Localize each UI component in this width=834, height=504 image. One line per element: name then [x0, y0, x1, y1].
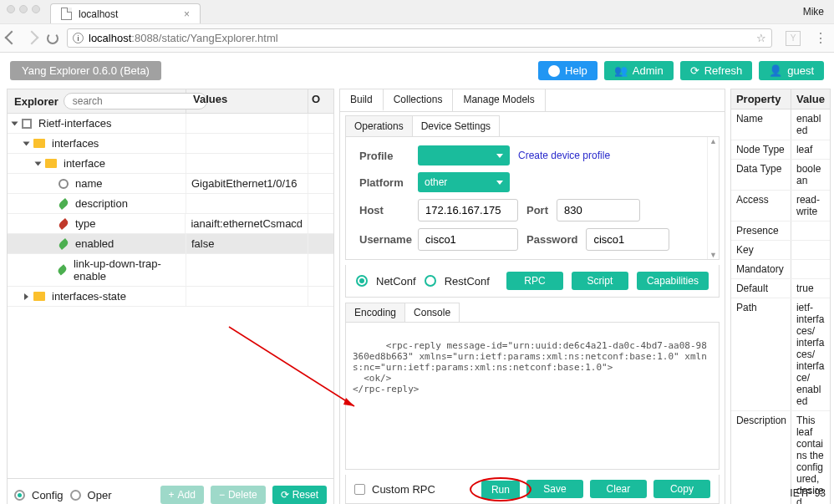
leaf-icon — [57, 264, 68, 275]
copy-button[interactable]: Copy — [653, 480, 710, 498]
host-input[interactable] — [418, 199, 518, 221]
tree-row[interactable]: link-up-down-trap-enable — [8, 254, 333, 287]
restconf-radio[interactable] — [425, 275, 436, 287]
tree-node-value[interactable] — [186, 287, 308, 306]
prop-header-key: Property — [731, 89, 791, 109]
tree-node-value[interactable] — [186, 134, 308, 153]
caret-icon[interactable] — [24, 293, 28, 300]
tree-row[interactable]: interfaces — [8, 134, 333, 154]
tree-node-value[interactable]: ianaift:ethernetCsmacd — [186, 214, 308, 233]
guest-button[interactable]: 👤 guest — [759, 61, 824, 80]
refresh-button[interactable]: ⟳ Refresh — [680, 61, 753, 80]
window-controls[interactable] — [7, 5, 40, 13]
leaf-icon — [58, 238, 69, 250]
password-label: Password — [526, 233, 577, 246]
platform-dropdown[interactable]: other — [418, 172, 510, 192]
custom-rpc-checkbox[interactable] — [354, 484, 365, 495]
profile-dropdown[interactable] — [418, 145, 510, 165]
browser-tab[interactable]: localhost × — [50, 3, 201, 23]
caret-icon[interactable] — [23, 141, 30, 145]
caret-icon[interactable] — [12, 121, 18, 125]
oper-radio[interactable] — [70, 490, 81, 501]
tree-node-label: interface — [64, 157, 105, 170]
extension-icon[interactable]: Y — [786, 31, 801, 46]
username-label: Username — [359, 233, 409, 246]
tree-node-label: name — [75, 177, 103, 190]
explorer-panel: Explorer Values O Rietf-interfacesinterf… — [7, 89, 334, 504]
tree-row[interactable]: nameGigabitEthernet1/0/16 — [8, 174, 333, 194]
schema-tree[interactable]: Rietf-interfacesinterfacesinterfacenameG… — [8, 114, 333, 478]
page-icon — [61, 8, 72, 20]
subtab-device-settings[interactable]: Device Settings — [412, 115, 500, 136]
key-icon — [58, 179, 69, 189]
delete-button[interactable]: − Delete — [211, 486, 266, 504]
reset-button[interactable]: ⟳ Reset — [272, 486, 327, 504]
svg-marker-1 — [343, 398, 354, 406]
tree-node-value[interactable] — [186, 154, 308, 173]
tree-row[interactable]: description — [8, 194, 333, 214]
tree-node-label: type — [75, 217, 96, 230]
tree-node-value[interactable] — [186, 194, 308, 213]
tab-close-icon[interactable]: × — [184, 8, 190, 20]
device-settings-form: Profile Create device profile Platform o… — [345, 137, 720, 260]
admin-button[interactable]: 👥 Admin — [604, 61, 674, 80]
console-output[interactable]: <rpc-reply message-id="urn:uuid:de6c4a21… — [345, 322, 720, 470]
help-button[interactable]: Help — [538, 61, 598, 80]
rpc-button[interactable]: RPC — [506, 272, 563, 290]
property-row: Mandatory — [731, 260, 830, 279]
tree-node-label: description — [75, 197, 128, 210]
save-button[interactable]: Save — [526, 480, 583, 498]
tab-manage-models[interactable]: Manage Models — [453, 89, 545, 111]
script-button[interactable]: Script — [572, 272, 628, 290]
tab-build[interactable]: Build — [340, 89, 384, 111]
property-row: Nameenabled — [731, 109, 830, 140]
back-icon[interactable] — [5, 30, 19, 44]
refresh-icon: ⟳ — [690, 64, 699, 77]
run-button[interactable]: Run — [481, 481, 520, 499]
reload-icon[interactable] — [47, 33, 58, 44]
tree-row[interactable]: interface — [8, 154, 333, 174]
config-label: Config — [32, 489, 64, 501]
tab-collections[interactable]: Collections — [384, 89, 454, 111]
create-profile-link[interactable]: Create device profile — [518, 150, 610, 161]
address-bar[interactable]: i localhost :8088/static/YangExplorer.ht… — [67, 28, 772, 48]
subtab-operations[interactable]: Operations — [345, 115, 413, 136]
port-input[interactable] — [557, 199, 640, 221]
tree-row[interactable]: typeianaift:ethernetCsmacd — [8, 214, 333, 234]
browser-menu-icon[interactable]: ⋮ — [814, 30, 827, 46]
prop-header-value: Value — [791, 89, 830, 109]
password-input[interactable] — [586, 228, 669, 251]
host-label: Host — [359, 204, 409, 216]
profile-name[interactable]: Mike — [803, 6, 834, 18]
profile-label: Profile — [359, 150, 409, 162]
explorer-search-input[interactable] — [64, 93, 207, 109]
leaf-icon — [58, 198, 69, 210]
tree-row[interactable]: enabledfalse — [8, 234, 333, 254]
netconf-radio[interactable] — [356, 275, 368, 287]
username-input[interactable] — [418, 228, 518, 251]
capabilities-button[interactable]: Capabilities — [637, 272, 709, 290]
tree-node-value[interactable]: false — [186, 234, 308, 253]
tree-node-value[interactable] — [186, 254, 308, 286]
clear-button[interactable]: Clear — [590, 480, 647, 498]
leaf-icon — [58, 218, 69, 230]
restconf-label: RestConf — [445, 275, 490, 288]
form-scrollbar[interactable] — [707, 137, 719, 259]
browser-chrome: localhost × Mike i localhost :8088/stati… — [0, 0, 834, 53]
tab-console[interactable]: Console — [404, 303, 460, 322]
tree-row[interactable]: Rietf-interfaces — [8, 114, 333, 134]
app-header: Yang Explorer 0.6.0 (Beta) Help 👥 Admin … — [0, 53, 834, 89]
bookmark-star-icon[interactable]: ☆ — [756, 32, 766, 44]
forward-icon — [25, 30, 39, 44]
tree-node-value[interactable]: GigabitEthernet1/0/16 — [186, 174, 308, 193]
site-info-icon[interactable]: i — [73, 33, 84, 43]
tree-node-value[interactable] — [186, 114, 308, 133]
config-radio[interactable] — [14, 490, 25, 501]
add-button[interactable]: + Add — [160, 486, 204, 504]
tab-encoding[interactable]: Encoding — [345, 303, 405, 322]
caret-icon[interactable] — [35, 161, 42, 165]
property-row: Pathietf-interfaces/ interfaces/ interfa… — [731, 298, 830, 411]
property-row: Node Typeleaf — [731, 140, 830, 160]
tree-row[interactable]: interfaces-state — [8, 287, 333, 307]
people-icon: 👥 — [614, 64, 628, 77]
